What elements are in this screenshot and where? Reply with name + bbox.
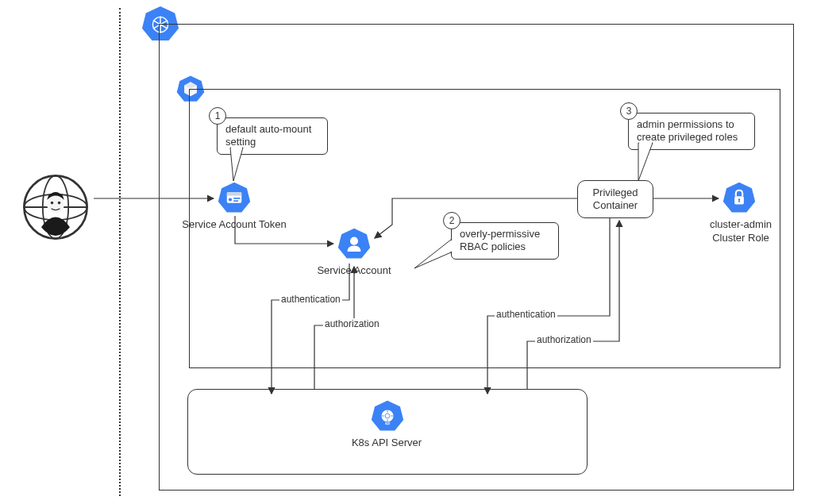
svg-point-6 bbox=[51, 202, 54, 205]
edge-authn-sa: authentication bbox=[279, 294, 342, 305]
callout-2-num: 2 bbox=[449, 215, 455, 226]
svg-rect-18 bbox=[227, 192, 241, 195]
callout-2: overly-permissive RBAC policies bbox=[451, 222, 559, 260]
callout-3-text: admin permissions to create privileged r… bbox=[637, 118, 738, 143]
svg-rect-21 bbox=[233, 200, 238, 202]
svg-point-7 bbox=[58, 202, 61, 205]
edge-authn-pc: authentication bbox=[495, 309, 557, 320]
edge-authz-pc: authorization bbox=[535, 334, 593, 345]
callout-3-tail bbox=[638, 143, 670, 187]
sat-label: Service Account Token bbox=[179, 218, 290, 230]
callout-1-badge: 1 bbox=[209, 107, 226, 125]
svg-point-22 bbox=[350, 237, 358, 245]
callout-3-num: 3 bbox=[626, 106, 632, 117]
privileged-container-label: Privileged Container bbox=[578, 187, 653, 211]
callout-1-num: 1 bbox=[215, 110, 221, 121]
callout-3-badge: 3 bbox=[620, 102, 638, 120]
callout-2-badge: 2 bbox=[443, 212, 460, 229]
cluster-admin-role-icon bbox=[722, 181, 756, 214]
service-account-icon bbox=[337, 227, 371, 260]
api-server-icon: api bbox=[371, 399, 404, 433]
callout-2-tail bbox=[429, 246, 460, 278]
callout-2-text: overly-permissive RBAC policies bbox=[460, 228, 540, 252]
svg-rect-20 bbox=[233, 198, 240, 199]
svg-point-19 bbox=[229, 198, 232, 201]
api-label: K8s API Server bbox=[341, 437, 432, 448]
attacker-icon bbox=[20, 171, 91, 243]
callout-1-text: default auto-mount setting bbox=[225, 123, 311, 148]
edge-authz-sa: authorization bbox=[323, 318, 381, 329]
callout-1-tail bbox=[230, 148, 262, 187]
trust-boundary-divider bbox=[119, 8, 121, 496]
sa-label: Service Account bbox=[306, 264, 402, 276]
cluster-role-label: cluster-admin Cluster Role bbox=[699, 218, 783, 245]
svg-text:api: api bbox=[385, 421, 391, 425]
svg-rect-32 bbox=[738, 200, 740, 202]
